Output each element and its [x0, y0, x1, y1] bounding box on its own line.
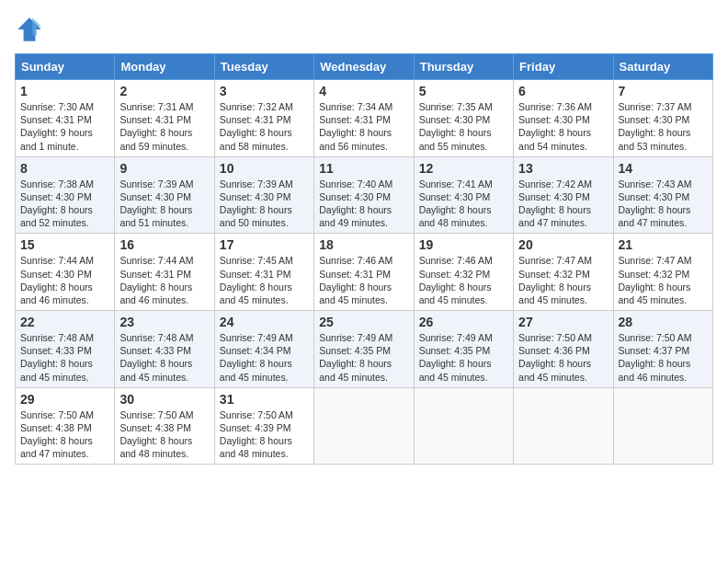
day-detail: Sunrise: 7:50 AMSunset: 4:38 PMDaylight:…: [119, 408, 209, 461]
calendar-cell: 17 Sunrise: 7:45 AMSunset: 4:31 PMDaylig…: [214, 234, 313, 311]
day-number: 12: [419, 161, 508, 176]
calendar-cell: 3 Sunrise: 7:32 AMSunset: 4:31 PMDayligh…: [214, 80, 313, 157]
calendar-cell: 7 Sunrise: 7:37 AMSunset: 4:30 PMDayligh…: [613, 80, 712, 157]
day-number: 8: [20, 161, 109, 176]
day-detail: Sunrise: 7:50 AMSunset: 4:36 PMDaylight:…: [518, 331, 608, 384]
calendar-header-row: SundayMondayTuesdayWednesdayThursdayFrid…: [16, 54, 713, 80]
calendar-cell: 19 Sunrise: 7:46 AMSunset: 4:32 PMDaylig…: [414, 234, 513, 311]
day-number: 18: [319, 237, 408, 252]
calendar-cell: [314, 387, 414, 465]
day-detail: Sunrise: 7:45 AMSunset: 4:31 PMDaylight:…: [220, 254, 309, 306]
logo: [15, 15, 48, 44]
calendar-cell: 21 Sunrise: 7:47 AMSunset: 4:32 PMDaylig…: [613, 234, 712, 311]
col-header-sunday: Sunday: [16, 54, 115, 80]
calendar-cell: 31 Sunrise: 7:50 AMSunset: 4:39 PMDaylig…: [214, 387, 313, 465]
day-detail: Sunrise: 7:44 AMSunset: 4:30 PMDaylight:…: [20, 254, 109, 306]
calendar-cell: 15 Sunrise: 7:44 AMSunset: 4:30 PMDaylig…: [16, 234, 115, 311]
day-detail: Sunrise: 7:44 AMSunset: 4:31 PMDaylight:…: [119, 254, 209, 306]
day-detail: Sunrise: 7:37 AMSunset: 4:30 PMDaylight:…: [619, 100, 708, 153]
day-number: 6: [518, 84, 608, 98]
calendar-cell: 16 Sunrise: 7:44 AMSunset: 4:31 PMDaylig…: [115, 234, 214, 311]
day-detail: Sunrise: 7:31 AMSunset: 4:31 PMDaylight:…: [119, 100, 209, 153]
day-number: 24: [220, 315, 309, 329]
day-number: 7: [619, 84, 708, 98]
day-number: 9: [119, 161, 209, 176]
day-number: 3: [220, 84, 309, 98]
day-number: 20: [518, 237, 608, 252]
day-number: 10: [220, 161, 309, 176]
calendar-cell: [613, 387, 712, 465]
day-number: 13: [518, 161, 608, 176]
day-number: 27: [518, 315, 608, 329]
day-detail: Sunrise: 7:40 AMSunset: 4:30 PMDaylight:…: [319, 178, 408, 230]
day-detail: Sunrise: 7:39 AMSunset: 4:30 PMDaylight:…: [119, 178, 209, 230]
day-detail: Sunrise: 7:34 AMSunset: 4:31 PMDaylight:…: [319, 100, 408, 153]
day-detail: Sunrise: 7:49 AMSunset: 4:34 PMDaylight:…: [220, 331, 309, 384]
calendar-cell: 25 Sunrise: 7:49 AMSunset: 4:35 PMDaylig…: [314, 311, 414, 388]
calendar-cell: [514, 387, 613, 465]
day-number: 5: [419, 84, 508, 98]
col-header-friday: Friday: [514, 54, 613, 80]
col-header-thursday: Thursday: [414, 54, 513, 80]
svg-marker-1: [32, 17, 41, 35]
day-number: 25: [319, 315, 408, 329]
day-number: 1: [20, 84, 109, 98]
day-detail: Sunrise: 7:46 AMSunset: 4:32 PMDaylight:…: [419, 254, 508, 306]
calendar-week-row: 29 Sunrise: 7:50 AMSunset: 4:38 PMDaylig…: [16, 387, 713, 465]
day-number: 30: [119, 392, 209, 407]
calendar-cell: 27 Sunrise: 7:50 AMSunset: 4:36 PMDaylig…: [514, 311, 613, 388]
day-detail: Sunrise: 7:30 AMSunset: 4:31 PMDaylight:…: [20, 100, 109, 153]
calendar-cell: [414, 387, 513, 465]
calendar-cell: 4 Sunrise: 7:34 AMSunset: 4:31 PMDayligh…: [314, 80, 414, 157]
day-number: 26: [419, 315, 508, 329]
col-header-tuesday: Tuesday: [214, 54, 313, 80]
page-header: [15, 15, 713, 44]
day-number: 16: [119, 237, 209, 252]
day-detail: Sunrise: 7:36 AMSunset: 4:30 PMDaylight:…: [518, 100, 608, 153]
col-header-monday: Monday: [115, 54, 214, 80]
col-header-wednesday: Wednesday: [314, 54, 414, 80]
day-detail: Sunrise: 7:47 AMSunset: 4:32 PMDaylight:…: [619, 254, 708, 306]
calendar-cell: 1 Sunrise: 7:30 AMSunset: 4:31 PMDayligh…: [16, 80, 115, 157]
calendar-cell: 20 Sunrise: 7:47 AMSunset: 4:32 PMDaylig…: [514, 234, 613, 311]
calendar-week-row: 15 Sunrise: 7:44 AMSunset: 4:30 PMDaylig…: [16, 234, 713, 311]
calendar-cell: 11 Sunrise: 7:40 AMSunset: 4:30 PMDaylig…: [314, 156, 414, 234]
calendar-cell: 10 Sunrise: 7:39 AMSunset: 4:30 PMDaylig…: [214, 156, 313, 234]
day-detail: Sunrise: 7:32 AMSunset: 4:31 PMDaylight:…: [220, 100, 309, 153]
day-number: 22: [20, 315, 109, 329]
day-number: 14: [619, 161, 708, 176]
day-detail: Sunrise: 7:50 AMSunset: 4:39 PMDaylight:…: [220, 408, 309, 461]
day-detail: Sunrise: 7:48 AMSunset: 4:33 PMDaylight:…: [20, 331, 109, 384]
calendar-cell: 28 Sunrise: 7:50 AMSunset: 4:37 PMDaylig…: [613, 311, 712, 388]
svg-marker-0: [17, 17, 41, 41]
day-detail: Sunrise: 7:46 AMSunset: 4:31 PMDaylight:…: [319, 254, 408, 306]
calendar-cell: 6 Sunrise: 7:36 AMSunset: 4:30 PMDayligh…: [514, 80, 613, 157]
calendar-week-row: 1 Sunrise: 7:30 AMSunset: 4:31 PMDayligh…: [16, 80, 713, 157]
day-number: 31: [220, 392, 309, 407]
calendar-cell: 22 Sunrise: 7:48 AMSunset: 4:33 PMDaylig…: [16, 311, 115, 388]
calendar-cell: 5 Sunrise: 7:35 AMSunset: 4:30 PMDayligh…: [414, 80, 513, 157]
calendar-cell: 18 Sunrise: 7:46 AMSunset: 4:31 PMDaylig…: [314, 234, 414, 311]
day-number: 11: [319, 161, 408, 176]
col-header-saturday: Saturday: [613, 54, 712, 80]
day-detail: Sunrise: 7:50 AMSunset: 4:37 PMDaylight:…: [619, 331, 708, 384]
day-detail: Sunrise: 7:48 AMSunset: 4:33 PMDaylight:…: [119, 331, 209, 384]
day-detail: Sunrise: 7:35 AMSunset: 4:30 PMDaylight:…: [419, 100, 508, 153]
calendar-cell: 13 Sunrise: 7:42 AMSunset: 4:30 PMDaylig…: [514, 156, 613, 234]
day-number: 15: [20, 237, 109, 252]
day-detail: Sunrise: 7:50 AMSunset: 4:38 PMDaylight:…: [20, 408, 109, 461]
calendar-cell: 24 Sunrise: 7:49 AMSunset: 4:34 PMDaylig…: [214, 311, 313, 388]
day-detail: Sunrise: 7:43 AMSunset: 4:30 PMDaylight:…: [619, 178, 708, 230]
calendar-cell: 26 Sunrise: 7:49 AMSunset: 4:35 PMDaylig…: [414, 311, 513, 388]
day-number: 2: [119, 84, 209, 98]
calendar-week-row: 8 Sunrise: 7:38 AMSunset: 4:30 PMDayligh…: [16, 156, 713, 234]
day-number: 28: [619, 315, 708, 329]
calendar-cell: 2 Sunrise: 7:31 AMSunset: 4:31 PMDayligh…: [115, 80, 214, 157]
calendar-cell: 14 Sunrise: 7:43 AMSunset: 4:30 PMDaylig…: [613, 156, 712, 234]
day-detail: Sunrise: 7:49 AMSunset: 4:35 PMDaylight:…: [319, 331, 408, 384]
day-number: 29: [20, 392, 109, 407]
calendar-cell: 30 Sunrise: 7:50 AMSunset: 4:38 PMDaylig…: [115, 387, 214, 465]
calendar-cell: 23 Sunrise: 7:48 AMSunset: 4:33 PMDaylig…: [115, 311, 214, 388]
day-detail: Sunrise: 7:41 AMSunset: 4:30 PMDaylight:…: [419, 178, 508, 230]
calendar-table: SundayMondayTuesdayWednesdayThursdayFrid…: [15, 53, 713, 465]
